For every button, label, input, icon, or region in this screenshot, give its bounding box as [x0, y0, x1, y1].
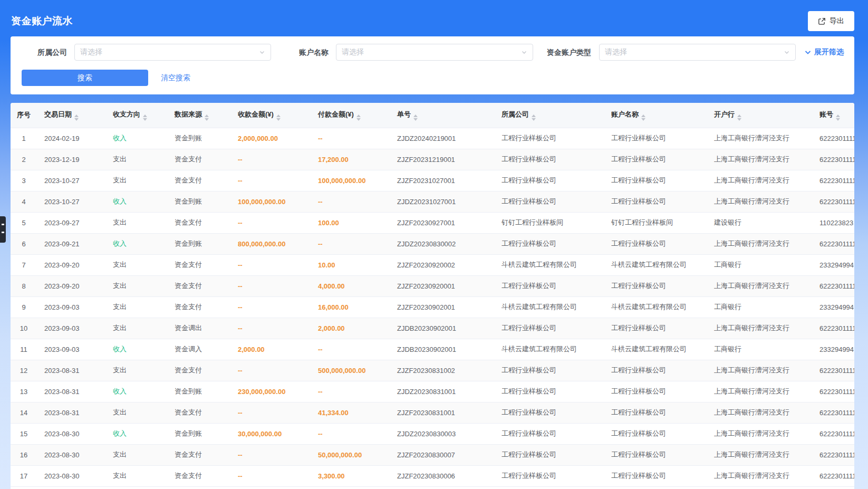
cell-account_name: 工程行业样板公司 [604, 360, 707, 381]
cell-index: 9 [11, 296, 37, 318]
cell-receipt: -- [230, 402, 311, 423]
cell-direction: 收入 [105, 423, 167, 444]
expand-filter-link[interactable]: 展开筛选 [804, 44, 844, 61]
cell-order_no: ZJZF20230831002 [390, 360, 494, 381]
cell-account_no: 6222301111 [812, 275, 854, 296]
clear-search-link[interactable]: 清空搜索 [161, 70, 190, 86]
export-icon [818, 17, 826, 25]
sort-icon[interactable] [532, 114, 536, 121]
sort-icon[interactable] [74, 114, 79, 121]
cell-direction: 支出 [105, 402, 167, 423]
table-row: 22023-12-19支出资金支付--17,200.00ZJZF20231219… [11, 149, 854, 170]
cell-receipt: -- [230, 465, 311, 486]
cell-company: 工程行业样板公司 [494, 423, 604, 444]
export-button[interactable]: 导出 [808, 11, 854, 31]
sort-icon[interactable] [143, 114, 147, 121]
column-header-account_no[interactable]: 账号 [812, 103, 854, 128]
drawer-handle-mark [2, 224, 4, 225]
sort-icon[interactable] [737, 114, 741, 121]
company-select[interactable]: 请选择 [74, 44, 271, 61]
column-header-receipt[interactable]: 收款金额(¥) [230, 103, 311, 128]
table-row: 132023-08-31收入资金到账230,000,000.00--ZJDZ20… [11, 381, 854, 402]
account-name-select[interactable]: 请选择 [336, 44, 533, 61]
cell-order_no: ZJZF20231219001 [390, 149, 494, 170]
column-header-direction[interactable]: 收支方向 [105, 103, 167, 128]
cell-source: 资金支付 [167, 170, 230, 191]
cell-index: 17 [11, 465, 37, 486]
cell-source: 资金调出 [167, 318, 230, 339]
cell-date: 2023-08-30 [37, 444, 105, 465]
column-label: 序号 [17, 111, 31, 119]
cell-bank: 上海工商银行漕河泾支行 [707, 191, 812, 212]
table-row: 102023-09-03支出资金调出--2,000.00ZJDB20230902… [11, 318, 854, 339]
cell-direction: 支出 [105, 296, 167, 318]
cell-direction: 支出 [105, 465, 167, 486]
fund-account-type-select[interactable]: 请选择 [599, 44, 796, 61]
cell-source: 资金到账 [167, 128, 230, 149]
cell-receipt: -- [230, 149, 311, 170]
column-header-account_name[interactable]: 账户名称 [604, 103, 707, 128]
cell-payment: 10.00 [311, 254, 390, 275]
column-header-company[interactable]: 所属公司 [494, 103, 604, 128]
cell-index: 8 [11, 275, 37, 296]
cell-order_no: ZJDB20230902001 [390, 318, 494, 339]
table-row: 32023-10-27支出资金支付--100,000,000.00ZJZF202… [11, 170, 854, 191]
sort-icon[interactable] [276, 114, 281, 121]
cell-account_name: 斗栱云建筑工程有限公司 [604, 339, 707, 360]
cell-date: 2023-08-31 [37, 381, 105, 402]
cell-source: 资金支付 [167, 254, 230, 275]
column-header-date[interactable]: 交易日期 [37, 103, 105, 128]
cell-direction: 收入 [105, 128, 167, 149]
page: 资金账户流水 导出 所属公司 请选择 账户名称 请选择 资金账户类型 请选择 [0, 0, 868, 489]
chevron-down-icon [784, 49, 790, 55]
column-header-bank[interactable]: 开户行 [707, 103, 812, 128]
cell-direction: 收入 [105, 191, 167, 212]
cell-direction: 支出 [105, 318, 167, 339]
sort-icon[interactable] [205, 114, 209, 121]
cell-account_no: 6222301111 [812, 360, 854, 381]
search-button[interactable]: 搜索 [22, 70, 148, 86]
cell-receipt: -- [230, 170, 311, 191]
table-row: 72023-09-20支出资金支付--10.00ZJZF20230920002斗… [11, 254, 854, 275]
cell-source: 资金支付 [167, 402, 230, 423]
cell-account_name: 工程行业样板公司 [604, 402, 707, 423]
cell-order_no: ZJDB20230902001 [390, 339, 494, 360]
table-row: 142023-08-31支出资金支付--41,334.00ZJZF2023083… [11, 402, 854, 423]
cell-company: 工程行业样板公司 [494, 402, 604, 423]
cell-account_name: 工程行业样板公司 [604, 191, 707, 212]
cell-account_no: 6222301111 [812, 233, 854, 254]
column-header-payment[interactable]: 付款金额(¥) [311, 103, 390, 128]
cell-receipt: -- [230, 318, 311, 339]
cell-source: 资金支付 [167, 465, 230, 486]
cell-payment: 41,334.00 [311, 402, 390, 423]
cell-company: 工程行业样板公司 [494, 191, 604, 212]
cell-payment: 2,000.00 [311, 318, 390, 339]
collapsed-drawer-handle[interactable] [0, 216, 6, 243]
cell-payment: 3,300.00 [311, 465, 390, 486]
cell-account_no: 6222301111 [812, 444, 854, 465]
cell-order_no: ZJZF20230920002 [390, 254, 494, 275]
filter-label-fund-account-type: 资金账户类型 [547, 44, 591, 61]
cell-date: 2023-09-03 [37, 318, 105, 339]
sort-icon[interactable] [836, 114, 840, 121]
table-row: 82023-09-20支出资金支付--4,000.00ZJZF202309200… [11, 275, 854, 296]
sort-icon[interactable] [413, 114, 418, 121]
cell-index: 7 [11, 254, 37, 275]
cell-receipt: -- [230, 254, 311, 275]
cell-bank: 上海工商银行漕河泾支行 [707, 128, 812, 149]
sort-icon[interactable] [356, 114, 361, 121]
table-row: 12024-02-19收入资金到账2,000,000.00--ZJDZ20240… [11, 128, 854, 149]
table-row: 162023-08-30支出资金支付--50,000,000.00ZJZF202… [11, 444, 854, 465]
cell-source: 资金到账 [167, 423, 230, 444]
cell-company: 斗栱云建筑工程有限公司 [494, 254, 604, 275]
cell-account_name: 工程行业样板公司 [604, 381, 707, 402]
column-header-source[interactable]: 数据来源 [167, 103, 230, 128]
cell-order_no: ZJZF20230830006 [390, 465, 494, 486]
column-header-order_no[interactable]: 单号 [390, 103, 494, 128]
cell-index: 14 [11, 402, 37, 423]
sort-icon[interactable] [641, 114, 645, 121]
cell-index: 11 [11, 339, 37, 360]
cell-index: 3 [11, 170, 37, 191]
cell-account_no: 110223823 [812, 212, 854, 233]
cell-bank: 上海工商银行漕河泾支行 [707, 381, 812, 402]
